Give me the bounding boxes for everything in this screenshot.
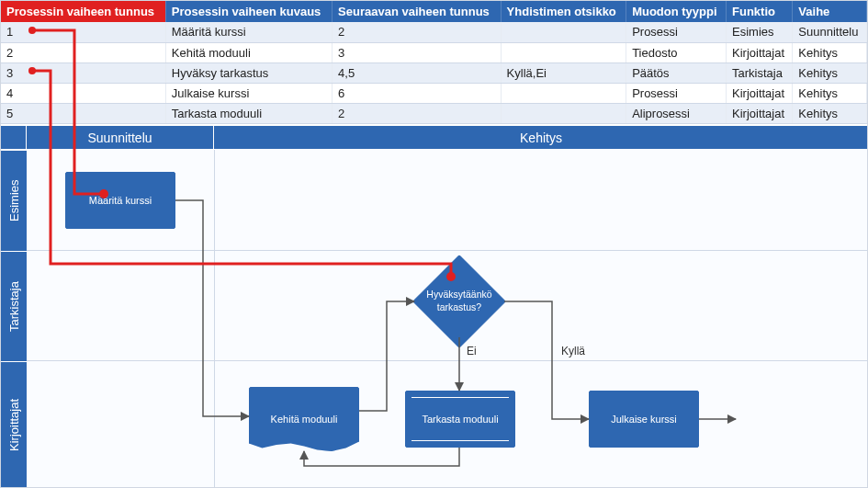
- col-process-step-id: Prosessin vaiheen tunnus: [1, 1, 165, 22]
- swimlane-corner: [1, 126, 27, 150]
- cell-conn: [501, 103, 626, 123]
- table-row: 5 Tarkasta moduuli 2 Aliprosessi Kirjoit…: [1, 103, 867, 123]
- col-phase: Vaihe: [793, 1, 867, 22]
- col-process-step-desc: Prosessin vaiheen kuvaus: [165, 1, 332, 22]
- cell-type: Prosessi: [626, 83, 727, 103]
- col-connector-title: Yhdistimen otsikko: [501, 1, 626, 22]
- phase-header-kehitys: Kehitys: [214, 126, 868, 150]
- cell-next: 4,5: [333, 62, 502, 83]
- process-table: Prosessin vaiheen tunnus Prosessin vaihe…: [1, 1, 867, 124]
- subprocess-text: Tarkasta moduuli: [422, 413, 498, 426]
- cell-func: Kirjoittajat: [727, 42, 793, 62]
- shape-julkaise-kurssi[interactable]: Julkaise kurssi: [589, 391, 699, 448]
- cell-type: Päätös: [626, 62, 727, 83]
- lane-header-kirjoittajat: Kirjoittajat: [1, 361, 27, 488]
- cell-desc: Julkaise kurssi: [165, 83, 332, 103]
- cell-type: Tiedosto: [626, 42, 727, 62]
- col-function: Funktio: [727, 1, 793, 22]
- shape-tarkasta-moduuli[interactable]: Tarkasta moduuli: [405, 391, 515, 448]
- cell-func: Tarkistaja: [727, 62, 793, 83]
- cell-desc: Hyväksy tarkastus: [165, 62, 332, 83]
- cell-phase: Kehitys: [793, 103, 867, 123]
- col-next-step-id: Seuraavan vaiheen tunnus: [333, 1, 502, 22]
- cell-func: Kirjoittajat: [727, 103, 793, 123]
- table-row: 3 Hyväksy tarkastus 4,5 Kyllä,Ei Päätös …: [1, 62, 867, 83]
- cell-next: 2: [333, 22, 502, 42]
- col-shape-type: Muodon tyyppi: [626, 1, 727, 22]
- cell-type: Prosessi: [626, 22, 727, 42]
- cell-phase: Kehitys: [793, 62, 867, 83]
- table-header: Prosessin vaiheen tunnus Prosessin vaihe…: [1, 1, 867, 22]
- cell-conn: Kyllä,Ei: [501, 62, 626, 83]
- cell-next: 6: [333, 83, 502, 103]
- cell-id: 3: [1, 62, 165, 83]
- shape-kehita-moduuli[interactable]: Kehitä moduuli: [249, 387, 359, 451]
- phase-header-suunnittelu: Suunnittelu: [27, 126, 214, 150]
- lane-header-esimies: Esimies: [1, 150, 27, 251]
- cell-conn: [501, 22, 626, 42]
- cell-phase: Suunnittelu: [793, 22, 867, 42]
- lane-header-tarkistaja: Tarkistaja: [1, 251, 27, 361]
- cell-desc: Kehitä moduuli: [165, 42, 332, 62]
- table-row: 2 Kehitä moduuli 3 Tiedosto Kirjoittajat…: [1, 42, 867, 62]
- cell-id: 1: [1, 22, 165, 42]
- phase-divider: [214, 150, 215, 488]
- edge-label-ei: Ei: [467, 345, 477, 357]
- cell-func: Esimies: [727, 22, 793, 42]
- cell-func: Kirjoittajat: [727, 83, 793, 103]
- cell-phase: Kehitys: [793, 42, 867, 62]
- table-row: 4 Julkaise kurssi 6 Prosessi Kirjoittaja…: [1, 83, 867, 103]
- cell-phase: Kehitys: [793, 83, 867, 103]
- edge-label-kylla: Kyllä: [561, 345, 585, 357]
- swimlane-diagram: Suunnittelu Kehitys Esimies Tarkistaja K…: [1, 126, 868, 488]
- shape-maarita-kurssi[interactable]: Määritä kurssi: [65, 172, 175, 229]
- cell-conn: [501, 83, 626, 103]
- cell-desc: Tarkasta moduuli: [165, 103, 332, 123]
- cell-id: 4: [1, 83, 165, 103]
- cell-next: 2: [333, 103, 502, 123]
- decision-text: Hyväksytäänkö tarkastus?: [426, 289, 491, 313]
- cell-conn: [501, 42, 626, 62]
- cell-id: 5: [1, 103, 165, 123]
- cell-type: Aliprosessi: [626, 103, 727, 123]
- cell-desc: Määritä kurssi: [165, 22, 332, 42]
- cell-id: 2: [1, 42, 165, 62]
- cell-next: 3: [333, 42, 502, 62]
- table-row: 1 Määritä kurssi 2 Prosessi Esimies Suun…: [1, 22, 867, 42]
